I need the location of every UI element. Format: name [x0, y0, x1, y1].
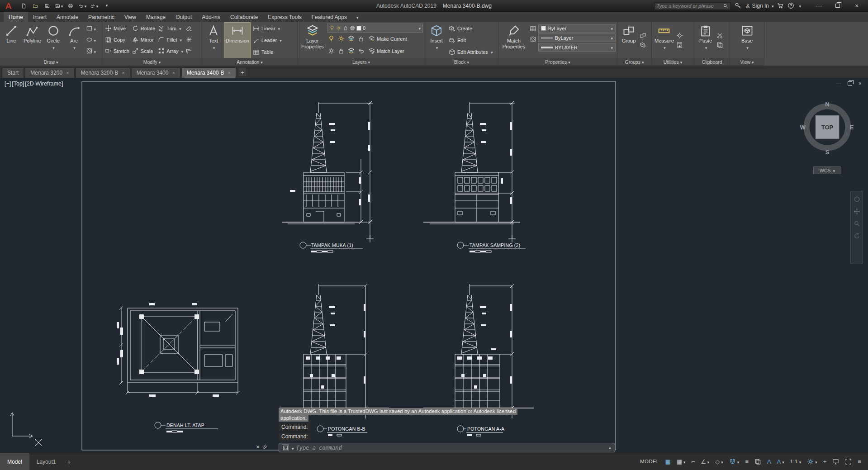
arc-button[interactable]: Arc — [64, 23, 84, 58]
tab-home[interactable]: Home — [4, 12, 28, 22]
scale-button[interactable]: Scale — [131, 45, 157, 57]
grid-toggle[interactable]: ▦ — [663, 457, 673, 466]
linear-caret-icon[interactable] — [278, 26, 280, 31]
trim-caret-icon[interactable] — [179, 26, 181, 31]
panel-title-layers[interactable]: Layers — [298, 58, 425, 66]
leader-caret-icon[interactable] — [280, 38, 282, 43]
text-button[interactable]: Text — [204, 23, 223, 58]
tab-express-tools[interactable]: Express Tools — [263, 12, 306, 22]
isodraft-caret-icon[interactable] — [721, 459, 723, 465]
tab-annotate[interactable]: Annotate — [52, 12, 83, 22]
layer-select-caret-icon[interactable] — [418, 25, 421, 31]
help-caret-icon[interactable] — [799, 3, 801, 9]
viewcube-south[interactable]: S — [825, 149, 830, 156]
create-block-button[interactable]: Create — [447, 23, 494, 34]
viewport-view-control[interactable]: [Top] — [12, 81, 24, 87]
navigation-bar[interactable] — [850, 191, 863, 264]
object-snap-toggle[interactable] — [727, 457, 742, 466]
app-store-icon[interactable] — [777, 2, 784, 9]
polar-tracking-toggle[interactable]: ∠ — [698, 457, 711, 466]
search-icon[interactable] — [723, 3, 728, 9]
offset-button[interactable] — [185, 45, 193, 57]
base-caret-icon[interactable] — [746, 45, 749, 51]
new-file-button[interactable] — [18, 1, 29, 11]
make-current-button[interactable]: Make Current — [367, 33, 408, 44]
doc-close-button[interactable]: × — [859, 81, 862, 87]
layer-unlock-button[interactable] — [337, 45, 346, 57]
tab-collaborate[interactable]: Collaborate — [225, 12, 263, 22]
id-point-icon[interactable] — [676, 32, 683, 39]
viewport-menu-control[interactable]: [−] — [5, 81, 11, 87]
properties-list-icon[interactable] — [530, 25, 536, 32]
command-scroll-up-icon[interactable]: ▲ — [608, 446, 612, 450]
panel-title-modify[interactable]: Modify — [102, 58, 202, 66]
leader-button[interactable]: Leader — [251, 35, 283, 46]
tab-addins[interactable]: Add-ins — [197, 12, 225, 22]
panel-title-block[interactable]: Block — [425, 58, 498, 66]
tab-parametric[interactable]: Parametric — [83, 12, 119, 22]
transparency-icon[interactable] — [530, 36, 536, 43]
hatch-button[interactable] — [85, 45, 97, 57]
close-button[interactable]: × — [847, 0, 866, 11]
quick-calc-icon[interactable] — [676, 42, 683, 48]
panel-title-properties[interactable]: Properties — [498, 58, 617, 66]
ortho-toggle[interactable]: ⌐ — [689, 457, 697, 466]
doc-restore-button[interactable] — [848, 81, 852, 87]
infocenter-search[interactable] — [654, 2, 731, 10]
file-tab-menara-3400[interactable]: Menara 3400× — [131, 67, 180, 78]
file-tab-start[interactable]: Start — [2, 67, 24, 78]
tab-close-icon[interactable]: × — [66, 71, 69, 76]
search-input[interactable] — [657, 3, 721, 9]
edit-block-button[interactable]: Edit — [447, 35, 494, 46]
rectangle-button[interactable] — [85, 23, 97, 34]
copy-button[interactable]: Copy — [104, 34, 131, 45]
layer-isolate-button[interactable] — [337, 33, 346, 44]
commandline-customize-icon[interactable] — [262, 444, 268, 450]
color-caret-icon[interactable] — [611, 26, 613, 31]
ellipse-button[interactable] — [85, 34, 97, 45]
arc-caret-icon[interactable] — [73, 45, 76, 51]
object-color-select[interactable]: ByLayer — [538, 24, 616, 33]
layer-freeze-button[interactable] — [347, 33, 356, 44]
clean-screen-button[interactable] — [843, 457, 854, 466]
tab-view[interactable]: View — [119, 12, 141, 22]
new-tab-button[interactable]: + — [238, 68, 247, 77]
redo-button[interactable] — [89, 1, 100, 11]
paste-caret-icon[interactable] — [705, 45, 707, 51]
panel-title-utilities[interactable]: Utilities — [652, 58, 694, 66]
scale-caret-icon[interactable] — [799, 459, 802, 465]
plot-button[interactable] — [65, 1, 76, 11]
ungroup-icon[interactable] — [640, 32, 646, 39]
application-menu-button[interactable] — [2, 0, 15, 11]
a360-icon[interactable] — [735, 2, 741, 9]
measure-caret-icon[interactable] — [664, 45, 666, 51]
layer-off-button[interactable] — [327, 33, 336, 44]
viewcube-north[interactable]: N — [825, 101, 829, 108]
lineweight-toggle[interactable]: ≡ — [743, 457, 751, 466]
table-button[interactable]: Table — [251, 47, 283, 58]
annotation-visibility-toggle[interactable]: A — [765, 457, 773, 466]
file-tab-menara-3200-b[interactable]: Menara 3200-B× — [76, 67, 130, 78]
open-file-button[interactable] — [30, 1, 41, 11]
osnap-caret-icon[interactable] — [737, 459, 740, 465]
recent-commands-icon[interactable] — [292, 444, 294, 452]
layer-select[interactable]: 0 — [327, 24, 423, 33]
panel-title-clipboard[interactable]: Clipboard — [694, 58, 730, 66]
maximize-button[interactable] — [828, 0, 847, 11]
annotation-scale-select[interactable]: 1:1 — [788, 457, 803, 466]
annotation-monitor-toggle[interactable]: + — [821, 457, 829, 466]
viewcube-west[interactable]: W — [800, 124, 806, 131]
help-icon[interactable] — [787, 2, 794, 9]
minimize-button[interactable]: — — [809, 0, 828, 11]
auto-annotation-scale-toggle[interactable]: A — [775, 457, 787, 466]
array-button[interactable]: Array — [157, 45, 185, 57]
workspace-switching-button[interactable] — [805, 457, 820, 466]
layout-tab-layout1[interactable]: Layout1 — [29, 453, 63, 470]
save-as-button[interactable] — [53, 1, 64, 11]
workspace-caret-icon[interactable] — [815, 459, 817, 465]
command-input-bar[interactable]: ▲ — [279, 443, 615, 452]
model-space-toggle[interactable]: MODEL — [638, 458, 661, 466]
customization-menu-button[interactable]: ≡ — [855, 457, 863, 466]
linear-dimension-button[interactable]: Linear — [251, 23, 283, 34]
new-layout-button[interactable]: + — [63, 453, 75, 470]
